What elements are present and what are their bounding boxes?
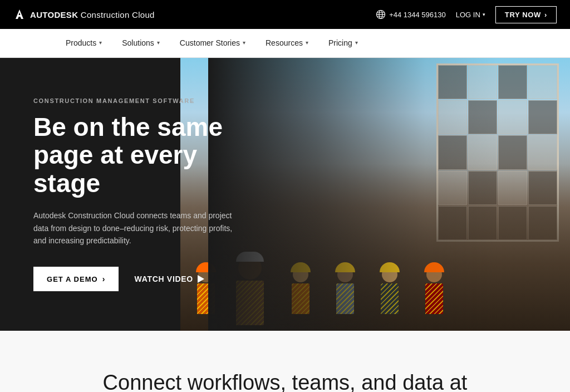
chevron-down-icon: ▾ xyxy=(483,12,485,17)
hero-label: CONSTRUCTION MANAGEMENT SOFTWARE xyxy=(33,97,262,104)
chevron-down-icon: ▾ xyxy=(355,40,358,46)
hero-description: Autodesk Construction Cloud connects tea… xyxy=(33,209,245,247)
hero-section: CONSTRUCTION MANAGEMENT SOFTWARE Be on t… xyxy=(0,58,570,331)
chevron-down-icon: ▾ xyxy=(157,40,160,46)
watch-video-button[interactable]: WATCH VIDEO xyxy=(134,275,204,283)
globe-icon xyxy=(376,9,386,19)
hero-buttons: GET A DEMO › WATCH VIDEO xyxy=(33,267,262,291)
hero-title: Be on the same page at every stage xyxy=(33,113,262,198)
nav-item-pricing[interactable]: Pricing ▾ xyxy=(318,29,368,58)
hero-content: CONSTRUCTION MANAGEMENT SOFTWARE Be on t… xyxy=(0,58,295,331)
login-button[interactable]: LOG IN ▾ xyxy=(456,11,485,19)
chevron-right-icon: › xyxy=(544,11,547,19)
phone-area: +44 1344 596130 xyxy=(376,9,446,19)
nav-bar: Products ▾ Solutions ▾ Customer Stories … xyxy=(0,29,570,58)
below-hero-section: Connect workflows, teams, and data at ev… xyxy=(0,331,570,392)
top-bar-right: +44 1344 596130 LOG IN ▾ TRY NOW › xyxy=(376,6,557,23)
autodesk-logo-icon xyxy=(13,8,26,21)
get-demo-button[interactable]: GET A DEMO › xyxy=(33,267,119,291)
try-now-button[interactable]: TRY NOW › xyxy=(495,6,557,23)
logo-text: AUTODESK Construction Cloud xyxy=(30,10,155,19)
nav-item-products[interactable]: Products ▾ xyxy=(56,29,112,58)
chevron-down-icon: ▾ xyxy=(243,40,245,46)
chevron-down-icon: ▾ xyxy=(306,40,308,46)
nav-item-customer-stories[interactable]: Customer Stories ▾ xyxy=(170,29,255,58)
logo[interactable]: AUTODESK Construction Cloud xyxy=(13,8,155,21)
play-icon xyxy=(198,275,204,283)
arrow-right-icon: › xyxy=(102,275,106,283)
nav-item-solutions[interactable]: Solutions ▾ xyxy=(112,29,170,58)
chevron-down-icon: ▾ xyxy=(99,40,102,46)
nav-item-resources[interactable]: Resources ▾ xyxy=(255,29,318,58)
phone-number: +44 1344 596130 xyxy=(389,11,446,19)
top-bar: AUTODESK Construction Cloud +44 1344 596… xyxy=(0,0,570,29)
section-title: Connect workflows, teams, and data at ev… xyxy=(101,370,469,392)
